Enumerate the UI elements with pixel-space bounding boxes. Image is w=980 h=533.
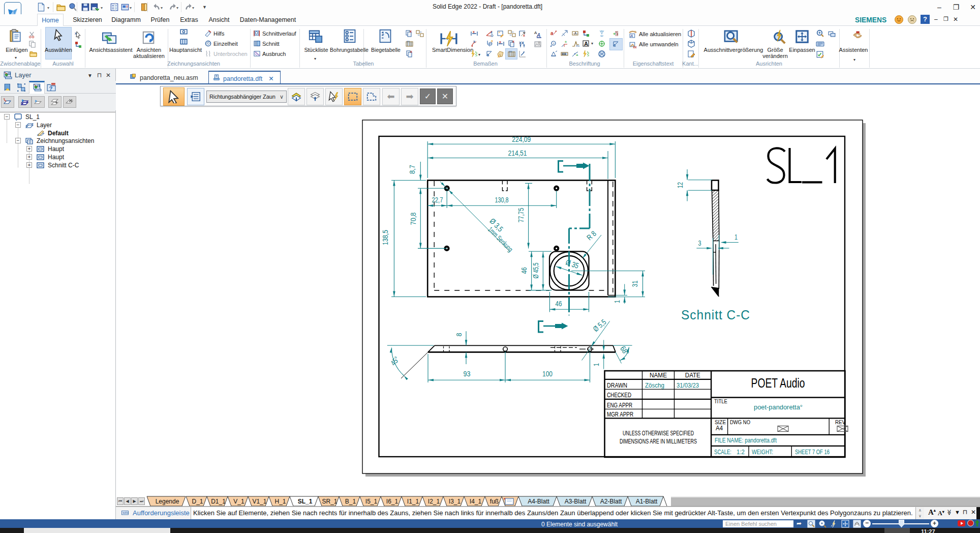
svg-text:31: 31	[630, 281, 639, 287]
svg-text:x: x	[75, 32, 77, 35]
svg-text:poet-pandoretta°: poet-pandoretta°	[754, 403, 803, 411]
svg-text:I5_1: I5_1	[365, 498, 378, 505]
svg-text:70,8: 70,8	[409, 213, 417, 225]
svg-text:DATE: DATE	[685, 372, 700, 379]
svg-text:POET Audio: POET Audio	[751, 375, 805, 391]
svg-text:x: x	[491, 31, 493, 34]
svg-text:A1: A1	[576, 44, 579, 47]
svg-text:A1-Blatt: A1-Blatt	[636, 498, 658, 505]
svg-text:A: A	[630, 34, 633, 38]
svg-text:130,8: 130,8	[495, 195, 509, 204]
svg-text:xx: xx	[509, 50, 512, 53]
svg-text:x: x	[523, 34, 525, 37]
svg-text:?: ?	[49, 85, 53, 92]
svg-text:I1_1: I1_1	[407, 498, 419, 505]
svg-text:93: 93	[464, 369, 471, 378]
svg-text:A: A	[584, 41, 588, 47]
svg-text:1: 1	[612, 300, 621, 303]
svg-text:1:2: 1:2	[737, 449, 745, 456]
svg-text:fuß: fuß	[490, 498, 499, 505]
svg-text:A3-Blatt: A3-Blatt	[565, 498, 587, 505]
svg-text:77,75: 77,75	[516, 208, 525, 223]
svg-text:x: x	[410, 50, 412, 53]
svg-text:SR_1: SR_1	[322, 498, 337, 505]
svg-text:A: A	[536, 32, 540, 38]
svg-text:D1_1: D1_1	[211, 498, 226, 505]
svg-text:solid: solid	[122, 511, 129, 514]
svg-text:100: 100	[542, 369, 553, 378]
svg-text:⊠⊠: ⊠⊠	[562, 52, 566, 55]
svg-text:DRAWN: DRAWN	[607, 382, 627, 389]
svg-text:I4_1: I4_1	[470, 498, 482, 505]
svg-text:I3_1: I3_1	[449, 498, 461, 505]
svg-text:CHECKED: CHECKED	[607, 392, 631, 399]
svg-text:x: x	[410, 29, 412, 33]
svg-text:+: +	[613, 32, 616, 37]
svg-text:SL_1: SL_1	[298, 498, 313, 505]
svg-text:FILE NAME: pandoretta.dft: FILE NAME: pandoretta.dft	[715, 437, 777, 444]
svg-text:31/03/23: 31/03/23	[677, 382, 699, 389]
svg-text:REV: REV	[835, 420, 845, 425]
svg-text:D_1: D_1	[192, 498, 203, 505]
svg-text:1: 1	[592, 363, 600, 366]
svg-text:a: a	[550, 31, 554, 36]
svg-text:+: +	[565, 40, 567, 44]
svg-text:H_1: H_1	[274, 498, 286, 505]
svg-text:46: 46	[519, 268, 528, 274]
svg-text:Zöschg: Zöschg	[645, 382, 664, 389]
svg-text:224,09: 224,09	[512, 135, 531, 143]
svg-text:x: x	[491, 40, 493, 43]
svg-text:3: 3	[698, 239, 701, 247]
svg-text:x: x	[473, 40, 475, 43]
svg-text:7: 7	[553, 42, 555, 45]
svg-text:*: *	[499, 31, 500, 35]
svg-text:x: x	[499, 40, 501, 44]
svg-text:MGR APPR: MGR APPR	[607, 411, 633, 418]
svg-text:Schnitt C-C: Schnitt C-C	[681, 308, 750, 322]
svg-text:A2-Blatt: A2-Blatt	[600, 498, 622, 505]
svg-text:8: 8	[454, 333, 463, 337]
svg-text:A4: A4	[716, 425, 723, 432]
svg-text:DWG NO: DWG NO	[730, 420, 750, 425]
svg-text:xx: xx	[519, 40, 524, 45]
svg-text:Legende: Legende	[156, 498, 179, 505]
svg-text:SHEET 7 OF 16: SHEET 7 OF 16	[795, 449, 830, 456]
svg-text:-A-: -A-	[573, 32, 578, 35]
svg-text:SCALE:: SCALE:	[714, 449, 731, 456]
svg-text:I2_1: I2_1	[428, 498, 440, 505]
svg-text:138,5: 138,5	[381, 230, 389, 245]
svg-text:xx: xx	[633, 45, 637, 49]
svg-text:NAME: NAME	[650, 372, 667, 379]
svg-text:A4-Blatt: A4-Blatt	[528, 498, 549, 505]
svg-text:x: x	[473, 30, 475, 34]
svg-text:*: *	[4, 98, 5, 101]
svg-text:B_1: B_1	[345, 498, 356, 505]
svg-text:214,51: 214,51	[508, 149, 527, 157]
svg-text:1: 1	[382, 31, 384, 36]
svg-text:1: 1	[734, 232, 738, 241]
svg-text:22,7: 22,7	[432, 195, 443, 204]
svg-text:12: 12	[676, 182, 684, 188]
svg-text:46: 46	[556, 299, 562, 308]
svg-text:TITLE: TITLE	[714, 399, 727, 404]
svg-text:V_1: V_1	[233, 498, 244, 505]
svg-text:*: *	[504, 497, 506, 502]
svg-text:x: x	[512, 40, 514, 43]
svg-text:UNLESS OTHERWISE SPECIFIED: UNLESS OTHERWISE SPECIFIED	[623, 430, 694, 437]
svg-text:8,7: 8,7	[408, 165, 416, 174]
svg-text:DIMENSIONS ARE IN MILLIMETERS: DIMENSIONS ARE IN MILLIMETERS	[620, 438, 697, 445]
svg-text:xx: xx	[407, 40, 410, 43]
svg-text:x: x	[498, 54, 500, 58]
svg-text:V1_1: V1_1	[252, 498, 266, 505]
svg-text:+: +	[576, 53, 578, 57]
svg-text:I6_1: I6_1	[386, 498, 399, 505]
svg-text:ENG APPR: ENG APPR	[607, 402, 632, 409]
svg-text:Ø 45,5: Ø 45,5	[531, 263, 540, 279]
svg-text:WEIGHT:: WEIGHT:	[752, 449, 773, 456]
